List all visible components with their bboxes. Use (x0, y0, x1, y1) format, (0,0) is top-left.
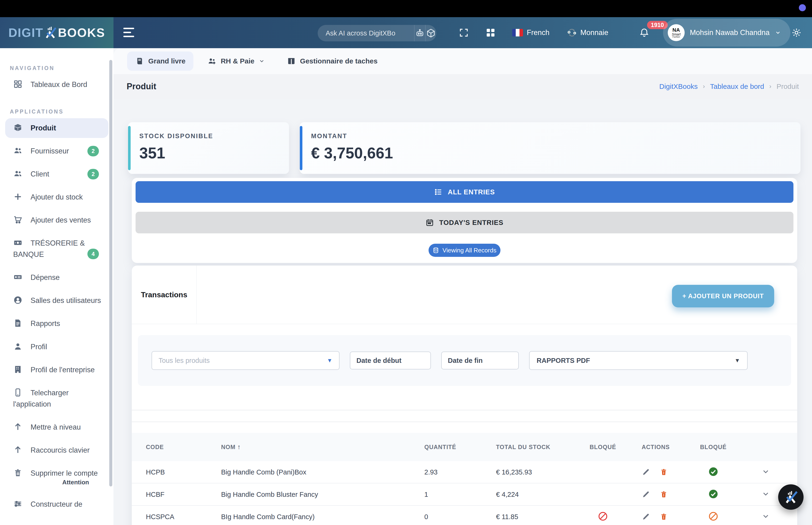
sidebar-item-rapports[interactable]: Rapports (5, 314, 108, 333)
product-filter-select[interactable]: Tous les produits ▼ (152, 351, 339, 370)
apps-grid-button[interactable] (486, 17, 496, 48)
logo-x-icon (44, 26, 57, 40)
cell-name: Big Handle Comb Bluster Fancy (221, 491, 318, 498)
cell-expand[interactable] (762, 512, 770, 522)
edit-icon[interactable] (642, 468, 650, 476)
sidebar-scrollbar[interactable] (109, 60, 112, 486)
col-total-stock[interactable]: TOTAL DU STOCK (496, 444, 551, 450)
transactions-header: Transactions + AJOUTER UN PRODUIT (132, 266, 797, 324)
sidebar-section-applications: APPLICATIONS (0, 108, 113, 115)
all-entries-button[interactable]: ALL ENTRIES (136, 181, 794, 203)
app-logo[interactable]: DIGIT BOOKS (0, 17, 113, 48)
sidebar-item-label: Raccourcis clavier (31, 446, 90, 454)
col-code[interactable]: CODE (146, 444, 164, 450)
cell-status[interactable] (693, 511, 733, 522)
add-product-button[interactable]: + AJOUTER UN PRODUIT (672, 285, 774, 308)
sidebar-item-raccourcis-clavier[interactable]: Raccourcis clavier (5, 440, 108, 460)
sidebar-item-ajouter-des-ventes[interactable]: Ajouter des ventes (5, 210, 108, 230)
sidebar-section-navigation: NAVIGATION (0, 65, 113, 72)
viewing-all-records-chip[interactable]: Viewing All Records (429, 244, 501, 257)
sidebar-item-constructeur[interactable]: Constructeur de (5, 494, 108, 514)
brand-fab-button[interactable] (778, 484, 803, 510)
sidebar-item-produit[interactable]: Produit (5, 118, 108, 138)
avatar: NA Smart Fashion (668, 24, 685, 41)
cell-expand[interactable] (762, 467, 770, 477)
book-icon (135, 57, 144, 65)
delete-icon[interactable] (659, 468, 668, 476)
edit-icon[interactable] (642, 512, 650, 521)
chevron-down-icon (762, 512, 770, 521)
col-nom[interactable]: NOM ↑ (221, 443, 241, 451)
col-bloque-2[interactable]: BLOQUÉ (693, 444, 733, 450)
cell-total: € 11.85 (496, 513, 518, 521)
smartphone-icon (13, 388, 22, 397)
sidebar-item-ajouter-du-stock[interactable]: Ajouter du stock (5, 187, 108, 207)
delete-icon[interactable] (659, 512, 668, 521)
ai-bot-button[interactable] (414, 25, 425, 41)
sidebar-item-tableaux-de-bord[interactable]: Tableaux de Bord (5, 75, 108, 94)
language-selector[interactable]: French (512, 17, 549, 48)
user-name: Mohsin Nawab Chandna (690, 28, 770, 37)
stat-accent (300, 126, 302, 170)
notifications-button[interactable]: 1910 (639, 17, 649, 48)
cell-blocked-flag (583, 511, 623, 522)
col-quantite[interactable]: QUANTITÉ (424, 444, 456, 450)
breadcrumb-home[interactable]: DigitXBooks (659, 82, 698, 90)
search-input[interactable] (318, 25, 414, 41)
breadcrumb-separator: › (703, 83, 705, 90)
transactions-tab[interactable]: Transactions (132, 266, 197, 324)
todays-entries-button[interactable]: TODAY'S ENTRIES (136, 212, 794, 234)
cell-actions (642, 468, 668, 476)
start-date-input[interactable]: Date de début (350, 351, 431, 370)
gear-icon (791, 28, 802, 38)
cell-status[interactable] (693, 489, 733, 500)
stat-card-stock: STOCK DISPONIBLE 351 (128, 122, 289, 174)
sidebar-item-depense[interactable]: Dépense (5, 268, 108, 287)
users-icon (13, 146, 22, 155)
tab-rh-paie[interactable]: RH & Paie (199, 51, 273, 71)
end-date-input[interactable]: Date de fin (441, 351, 519, 370)
cell-code: HCPB (146, 468, 165, 476)
logo-text-books: BOOKS (58, 26, 105, 40)
fullscreen-button[interactable] (459, 17, 469, 48)
cell-qty: 0 (424, 513, 428, 521)
breadcrumb-dashboards[interactable]: Tableaux de bord (710, 82, 764, 90)
tab-grand-livre[interactable]: Grand livre (127, 51, 193, 71)
sidebar-item-label: Mettre à niveau (31, 423, 81, 431)
breadcrumb: DigitXBooks › Tableaux de bord › Produit (659, 82, 799, 90)
edit-icon[interactable] (642, 490, 650, 499)
col-bloque-1[interactable]: BLOQUÉ (583, 444, 623, 450)
currency-selector[interactable]: $ € Monnaie (567, 17, 608, 48)
menu-toggle-button[interactable] (123, 28, 134, 37)
cell-status[interactable] (693, 466, 733, 478)
pdf-reports-select[interactable]: RAPPORTS PDF ▼ (529, 351, 748, 370)
bell-icon (639, 28, 649, 38)
svg-text:€: € (574, 32, 576, 34)
blocked-icon (708, 511, 719, 522)
cell-expand[interactable] (762, 490, 770, 499)
cell-code: HCSPCA (146, 513, 174, 521)
sidebar-item-client[interactable]: Client 2 (5, 164, 108, 184)
sidebar-item-tresorerie-banque[interactable]: TRÉSORERIE & BANQUE 4 (5, 234, 108, 265)
pdf-reports-value: RAPPORTS PDF (537, 357, 590, 364)
dashboard-icon (13, 79, 22, 89)
fullscreen-icon (459, 28, 469, 38)
sidebar-item-fournisseur[interactable]: Fournisseur 2 (5, 141, 108, 161)
sidebar-item-profil[interactable]: Profil (5, 337, 108, 357)
list-icon (434, 188, 443, 196)
attention-note: Attention (13, 478, 102, 487)
sidebar-item-supprimer-le-compte[interactable]: Supprimer le compte Attention (5, 463, 108, 491)
tab-gestionnaire-taches[interactable]: Gestionnaire de taches (279, 51, 386, 71)
user-menu[interactable]: NA Smart Fashion Mohsin Nawab Chandna (663, 19, 791, 46)
delete-icon[interactable] (659, 490, 668, 499)
sidebar-item-mettre-a-niveau[interactable]: Mettre à niveau (5, 417, 108, 437)
stat-value: € 3,750,661 (311, 144, 800, 162)
sidebar-item-profil-entreprise[interactable]: Profil de l'entreprise (5, 360, 108, 380)
sidebar-item-salles-des-utilisateurs[interactable]: Salles des utilisateurs (5, 291, 108, 311)
settings-button[interactable] (791, 17, 802, 48)
sidebar-item-telecharger-application[interactable]: Telecharger l'application (5, 383, 108, 414)
transactions-panel: Transactions + AJOUTER UN PRODUIT Tous l… (132, 266, 797, 525)
ai-search-bar[interactable] (318, 25, 436, 41)
todays-entries-label: TODAY'S ENTRIES (439, 219, 503, 227)
banknote-icon (13, 238, 22, 247)
